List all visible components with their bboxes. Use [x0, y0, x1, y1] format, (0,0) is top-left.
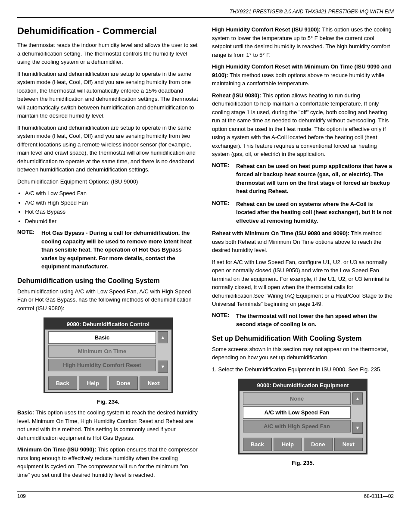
page-footer: 109 68-0311—02	[17, 491, 394, 499]
fan-config-text: If set for A/C with Low Speed Fan, confi…	[212, 258, 394, 308]
sub1-p1: Dehumidification using A/C with Low Spee…	[17, 287, 199, 313]
reheat-term: Reheat (ISU 9080):	[212, 92, 261, 99]
fig234-item-highHumidity[interactable]: High Humidity Comfort Reset	[48, 359, 156, 371]
fig234-scroll-down[interactable]: ▼	[158, 361, 168, 373]
sub2-step1: 1. Select the Dehumidification Equipment…	[212, 365, 394, 374]
fig235-back-button[interactable]: Back	[243, 438, 272, 451]
fig234-back-button[interactable]: Back	[48, 376, 77, 390]
fig235-scroll-up[interactable]: ▲	[352, 392, 363, 404]
page-header: THX9321 PRESTIGE® 2.0 AND THX9421 PRESTI…	[17, 9, 394, 18]
note1-label: NOTE:	[17, 229, 39, 271]
fig234-item-basic[interactable]: Basic	[48, 331, 156, 344]
reheatMinOn-desc: Reheat with Minimum On Time (ISU 9080 an…	[212, 229, 394, 255]
note2-text: Reheat can be used on heat pump applicat…	[236, 162, 394, 196]
fig234-done-button[interactable]: Done	[109, 376, 138, 390]
fig235-screen: 9000: Dehumidification Equipment None A/…	[238, 379, 367, 454]
equip-options-label: Dehumidification Equipment Options: (ISU…	[17, 177, 199, 186]
minOnTime-term: Minimum On Time (ISU 9090):	[17, 446, 96, 453]
note3-label: NOTE:	[212, 200, 234, 225]
equip-list-item: Dehumidifier	[25, 217, 199, 226]
note3-text: Reheat can be used on systems where the …	[236, 200, 394, 225]
fig235-help-button[interactable]: Help	[274, 438, 302, 451]
fig235-buttons: Back Help Done Next	[240, 436, 366, 453]
fig235-scroll-down[interactable]: ▼	[352, 422, 363, 434]
fig235-next-button[interactable]: Next	[334, 438, 363, 451]
intro-p3: If humidification and dehumidification a…	[17, 124, 199, 174]
reheatMinOn-term: Reheat with Minimum On Time (ISU 9080 an…	[212, 230, 349, 236]
fig234-caption: Fig. 234.	[17, 398, 199, 405]
footer-doc-number: 68-0311—02	[364, 493, 394, 499]
fig235-scroll-arrows: ▲ ▼	[352, 392, 363, 434]
subheading1: Dehumidification using the Cooling Syste…	[17, 277, 199, 285]
fig234-title: 9080: Dehumidification Control	[45, 319, 171, 330]
fig234-scroll-up[interactable]: ▲	[158, 331, 168, 343]
fig235-list: None A/C with Low Speed Fan A/C with Hig…	[243, 392, 351, 434]
right-column: High Humidity Comfort Reset (ISU 9100): …	[212, 25, 394, 482]
fig234-next-button[interactable]: Next	[140, 376, 168, 390]
highHumidityReset-term: High Humidity Comfort Reset (ISU 9100):	[212, 26, 321, 33]
highHumidityMinOn-desc: High Humidity Comfort Reset with Minimum…	[212, 62, 394, 88]
basic-text: This option uses the cooling system to r…	[17, 409, 198, 441]
minOnTime-desc: Minimum On Time (ISU 9090): This option …	[17, 445, 199, 479]
left-column: Dehumidification - Commercial The thermo…	[17, 25, 199, 482]
fig235-item-lowspeed[interactable]: A/C with Low Speed Fan	[243, 406, 351, 419]
note4-label: NOTE:	[212, 312, 234, 329]
fig234-item-minOnTime[interactable]: Minimum On Time	[48, 345, 156, 358]
fig234-screen: 9080: Dehumidification Control Basic Min…	[44, 317, 173, 393]
note4-text: The thermostat will not lower the fan sp…	[236, 312, 394, 329]
fig235-done-button[interactable]: Done	[304, 438, 333, 451]
note2-label: NOTE:	[212, 162, 234, 196]
note3: NOTE: Reheat can be used on systems wher…	[212, 200, 394, 225]
equip-list-item: A/C with Low Speed Fan	[25, 189, 199, 198]
fig234-list: Basic Minimum On Time High Humidity Comf…	[48, 331, 156, 373]
fig235-item-none[interactable]: None	[243, 392, 351, 405]
main-title: Dehumidification - Commercial	[17, 25, 199, 37]
equip-list-item: Hot Gas Bypass	[25, 208, 199, 216]
header-title: THX9321 PRESTIGE® 2.0 AND THX9421 PRESTI…	[230, 9, 394, 15]
fig234-scroll-arrows: ▲ ▼	[158, 331, 168, 373]
note4: NOTE: The thermostat will not lower the …	[212, 312, 394, 329]
subheading2: Set up Dehumidification With Cooling Sys…	[212, 335, 394, 342]
intro-p1: The thermostat reads the indoor humidity…	[17, 41, 199, 66]
fig234-help-button[interactable]: Help	[79, 376, 108, 390]
equip-list: A/C with Low Speed Fan A/C with High Spe…	[25, 189, 199, 225]
equip-list-item: A/C with High Speed Fan	[25, 199, 199, 207]
note1: NOTE: Hot Gas Bypass - During a call for…	[17, 229, 199, 271]
highHumidityMinOn-text: This method uses both options above to r…	[212, 72, 384, 87]
note1-text: Hot Gas Bypass - During a call for dehum…	[41, 229, 199, 271]
sub2-p1: Some screens shown in this section may n…	[212, 345, 394, 362]
highHumidityReset-desc: High Humidity Comfort Reset (ISU 9100): …	[212, 25, 394, 59]
reheat-text: This option allows heating to run during…	[212, 92, 389, 158]
intro-p2: If humidification and dehumidification a…	[17, 70, 199, 120]
fig235-item-highspeed[interactable]: A/C with High Speed Fan	[243, 420, 351, 432]
fig234-buttons: Back Help Done Next	[45, 374, 171, 392]
fig235-title: 9000: Dehumidification Equipment	[240, 380, 366, 391]
basic-desc: Basic: This option uses the cooling syst…	[17, 408, 199, 442]
note2: NOTE: Reheat can be used on heat pump ap…	[212, 162, 394, 196]
basic-term: Basic:	[17, 409, 34, 416]
footer-page-number: 109	[17, 493, 26, 499]
fig235-caption: Fig. 235.	[212, 460, 394, 466]
reheat-desc: Reheat (ISU 9080): This option allows he…	[212, 91, 394, 159]
